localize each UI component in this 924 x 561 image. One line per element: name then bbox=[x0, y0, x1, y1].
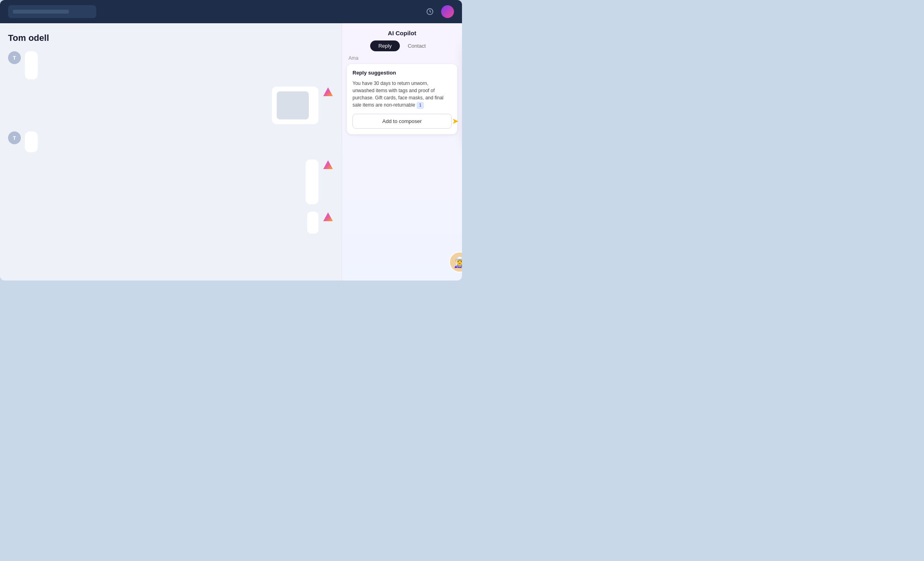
svg-marker-3 bbox=[323, 212, 333, 221]
suggestion-badge: 1 bbox=[417, 102, 424, 109]
message-bubble-outgoing-long bbox=[306, 159, 318, 204]
tab-switcher: Reply Contact bbox=[349, 40, 456, 51]
svg-marker-1 bbox=[323, 87, 333, 96]
agent-avatar-overlay: 🧝‍♀️ bbox=[449, 252, 462, 272]
copilot-title: AI Copilot bbox=[349, 30, 456, 36]
message-bubble-outgoing-image bbox=[272, 87, 318, 124]
tab-contact[interactable]: Contact bbox=[400, 40, 434, 51]
message-bubble-incoming-2 bbox=[25, 131, 38, 152]
user-avatar[interactable] bbox=[441, 5, 454, 18]
copilot-label: Ama bbox=[342, 55, 462, 61]
svg-marker-2 bbox=[323, 160, 333, 169]
app-wrapper: Tom odell T bbox=[0, 0, 462, 280]
message-bubble-outgoing-small bbox=[307, 212, 318, 234]
message-row: T bbox=[8, 131, 334, 152]
suggestion-title: Reply suggestion bbox=[353, 70, 452, 76]
suggestion-card: Reply suggestion You have 30 days to ret… bbox=[347, 64, 457, 134]
search-placeholder bbox=[13, 10, 69, 14]
search-bar[interactable] bbox=[8, 5, 96, 18]
add-to-composer-button[interactable]: Add to composer bbox=[353, 114, 452, 129]
agent-avatar-face: 🧝‍♀️ bbox=[453, 256, 462, 268]
suggestion-text: You have 30 days to return unworn, unwas… bbox=[353, 80, 452, 109]
tooltip-arrow-icon: ➤ bbox=[452, 116, 459, 126]
copilot-header: AI Copilot Reply Contact bbox=[342, 23, 462, 55]
composer-btn-wrapper: Add to composer ➤ bbox=[353, 114, 452, 129]
ai-logo-icon-2 bbox=[322, 159, 334, 171]
tab-reply[interactable]: Reply bbox=[370, 40, 399, 51]
message-row-outgoing-small bbox=[8, 212, 334, 234]
ai-logo-icon bbox=[322, 87, 334, 98]
main-content: Tom odell T bbox=[0, 23, 462, 280]
message-bubble-incoming-1 bbox=[25, 51, 38, 79]
avatar: T bbox=[8, 131, 21, 144]
top-nav bbox=[0, 0, 462, 23]
image-placeholder bbox=[277, 91, 309, 119]
conversation-title: Tom odell bbox=[8, 33, 334, 43]
right-panel: AI Copilot Reply Contact Ama Reply sugge… bbox=[342, 23, 462, 280]
lightning-icon bbox=[426, 8, 434, 15]
nav-right bbox=[424, 5, 454, 18]
ai-logo-icon-3 bbox=[322, 212, 334, 223]
lightning-icon-button[interactable] bbox=[424, 5, 436, 18]
message-row-outgoing bbox=[8, 87, 334, 124]
message-row: T bbox=[8, 51, 334, 79]
avatar: T bbox=[8, 51, 21, 64]
left-panel: Tom odell T bbox=[0, 23, 342, 280]
message-row-outgoing-long bbox=[8, 159, 334, 204]
